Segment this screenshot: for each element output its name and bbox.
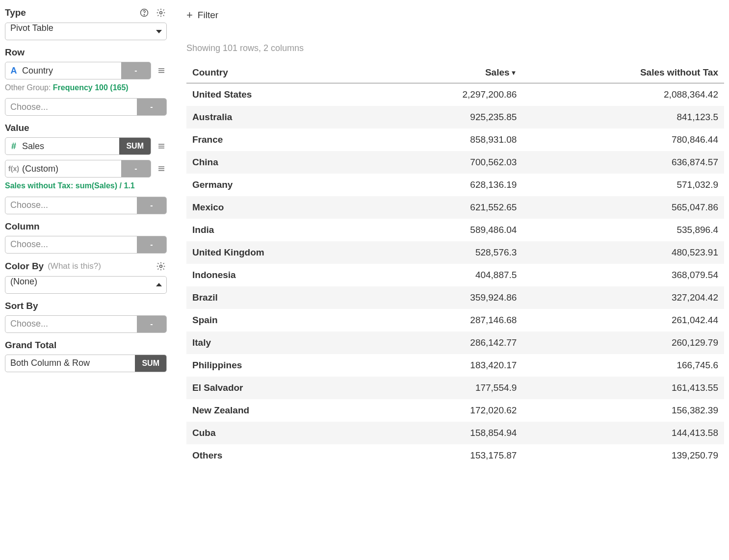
- pivot-table: Country Sales▼ Sales without Tax United …: [186, 62, 724, 467]
- other-group-value[interactable]: Frequency 100 (165): [53, 83, 129, 92]
- help-icon[interactable]: [138, 7, 150, 19]
- value-field-sales[interactable]: # Sales SUM: [5, 137, 151, 155]
- type-label: Type: [5, 7, 26, 18]
- cell-sales-no-tax: 327,204.42: [522, 286, 724, 309]
- color-by-label: Color By: [5, 261, 44, 272]
- cell-sales: 925,235.85: [374, 106, 523, 128]
- cell-sales-no-tax: 780,846.44: [522, 128, 724, 151]
- chevron-up-icon: [152, 277, 166, 293]
- cell-sales: 528,576.3: [374, 241, 523, 264]
- value-choose-agg-button[interactable]: -: [137, 197, 166, 214]
- cell-country: Cuba: [186, 422, 374, 444]
- table-row: Germany628,136.19571,032.9: [186, 174, 724, 196]
- filter-label: Filter: [198, 10, 218, 21]
- cell-sales-no-tax: 368,079.54: [522, 264, 724, 286]
- cell-sales-no-tax: 166,745.6: [522, 354, 724, 377]
- sort-by-choose[interactable]: Choose... -: [5, 315, 167, 333]
- table-row: Brazil359,924.86327,204.42: [186, 286, 724, 309]
- table-row: Spain287,146.68261,042.44: [186, 309, 724, 331]
- config-sidebar: Type Pivot Table Row A Country - Other G…: [5, 5, 177, 467]
- cell-country: Germany: [186, 174, 374, 196]
- main-content: + Filter Showing 101 rows, 2 columns Cou…: [177, 5, 724, 467]
- grand-total-agg-button[interactable]: SUM: [135, 355, 166, 372]
- row-choose-agg-button[interactable]: -: [137, 99, 166, 115]
- table-row: Others153,175.87139,250.79: [186, 444, 724, 467]
- cell-sales-no-tax: 139,250.79: [522, 444, 724, 467]
- cell-sales-no-tax: 636,874.57: [522, 151, 724, 174]
- cell-country: Indonesia: [186, 264, 374, 286]
- cell-sales: 153,175.87: [374, 444, 523, 467]
- table-row: Australia925,235.85841,123.5: [186, 106, 724, 128]
- cell-country: Philippines: [186, 354, 374, 377]
- table-row: United Kingdom528,576.3480,523.91: [186, 241, 724, 264]
- cell-country: Spain: [186, 309, 374, 331]
- row-choose[interactable]: Choose... -: [5, 98, 167, 116]
- color-by-hint[interactable]: (What is this?): [48, 261, 101, 271]
- cell-sales: 177,554.9: [374, 377, 523, 399]
- drag-handle-icon[interactable]: [156, 164, 167, 173]
- grand-total-select[interactable]: Both Column & Row SUM: [5, 355, 167, 372]
- col-header-sales[interactable]: Sales▼: [374, 62, 523, 83]
- cell-sales: 287,146.68: [374, 309, 523, 331]
- cell-country: Brazil: [186, 286, 374, 309]
- row-field-country[interactable]: A Country -: [5, 62, 151, 79]
- type-select[interactable]: Pivot Table: [5, 23, 167, 40]
- column-choose-placeholder: Choose...: [5, 236, 137, 253]
- value-custom-expr: Sales without Tax: sum(Sales) / 1.1: [5, 180, 167, 191]
- add-filter-button[interactable]: + Filter: [186, 7, 218, 24]
- row-field-agg-button[interactable]: -: [121, 62, 151, 79]
- value-field-custom-label: (Custom): [22, 160, 121, 177]
- table-row: United States2,297,200.862,088,364.42: [186, 83, 724, 106]
- other-group-prefix: Other Group:: [5, 83, 53, 92]
- table-row: Philippines183,420.17166,745.6: [186, 354, 724, 377]
- grand-total-value: Both Column & Row: [5, 355, 135, 372]
- cell-sales: 628,136.19: [374, 174, 523, 196]
- rows-info: Showing 101 rows, 2 columns: [186, 43, 724, 53]
- col-header-country[interactable]: Country: [186, 62, 374, 83]
- column-choose-agg-button[interactable]: -: [137, 236, 166, 253]
- cell-country: India: [186, 219, 374, 241]
- sort-by-choose-agg-button[interactable]: -: [137, 316, 166, 332]
- value-choose-placeholder: Choose...: [5, 197, 137, 214]
- gear-icon[interactable]: [155, 260, 167, 272]
- text-type-icon: A: [5, 62, 22, 79]
- col-header-sales-no-tax[interactable]: Sales without Tax: [522, 62, 724, 83]
- table-row: China700,562.03636,874.57: [186, 151, 724, 174]
- cell-sales: 183,420.17: [374, 354, 523, 377]
- svg-point-2: [160, 12, 162, 14]
- row-other-group-hint: Other Group: Frequency 100 (165): [5, 82, 167, 93]
- row-label: Row: [5, 47, 25, 58]
- color-by-value: (None): [5, 277, 152, 293]
- cell-sales: 589,486.04: [374, 219, 523, 241]
- cell-sales: 158,854.94: [374, 422, 523, 444]
- gear-icon[interactable]: [155, 7, 167, 19]
- cell-country: United States: [186, 83, 374, 106]
- grand-total-label: Grand Total: [5, 340, 56, 351]
- drag-handle-icon[interactable]: [156, 66, 167, 75]
- color-by-select[interactable]: (None): [5, 276, 167, 294]
- drag-handle-icon[interactable]: [156, 142, 167, 151]
- table-row: Mexico621,552.65565,047.86: [186, 196, 724, 219]
- type-select-value: Pivot Table: [5, 23, 152, 40]
- table-row: India589,486.04535,896.4: [186, 219, 724, 241]
- number-type-icon: #: [5, 138, 22, 154]
- sort-by-choose-placeholder: Choose...: [5, 316, 137, 332]
- cell-country: New Zealand: [186, 399, 374, 422]
- chevron-down-icon: [152, 23, 166, 40]
- cell-sales-no-tax: 156,382.39: [522, 399, 724, 422]
- cell-country: China: [186, 151, 374, 174]
- cell-country: Others: [186, 444, 374, 467]
- value-field-custom[interactable]: f(x) (Custom) -: [5, 160, 151, 178]
- column-choose[interactable]: Choose... -: [5, 236, 167, 254]
- cell-sales: 172,020.62: [374, 399, 523, 422]
- value-field-agg-button[interactable]: SUM: [119, 138, 151, 154]
- table-row: New Zealand172,020.62156,382.39: [186, 399, 724, 422]
- cell-sales: 621,552.65: [374, 196, 523, 219]
- cell-sales-no-tax: 144,413.58: [522, 422, 724, 444]
- cell-sales: 858,931.08: [374, 128, 523, 151]
- table-row: Italy286,142.77260,129.79: [186, 331, 724, 354]
- cell-country: United Kingdom: [186, 241, 374, 264]
- cell-country: Italy: [186, 331, 374, 354]
- value-choose[interactable]: Choose... -: [5, 197, 167, 214]
- value-field-custom-agg-button[interactable]: -: [121, 160, 151, 177]
